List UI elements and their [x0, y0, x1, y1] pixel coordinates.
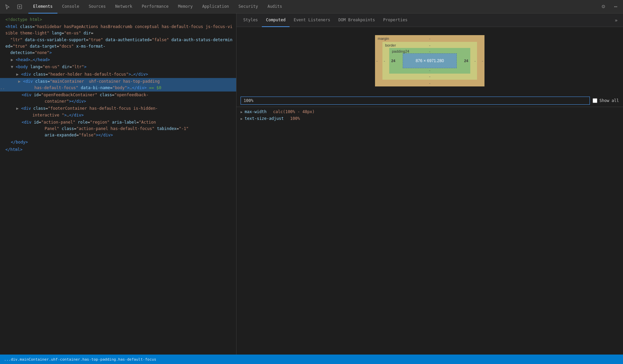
tab-elements[interactable]: Elements — [28, 0, 57, 14]
padding-box: padding24 - - 24 24 876 × 6971.280 — [389, 48, 470, 74]
content-box: 876 × 6971.280 — [403, 53, 457, 68]
tab-performance[interactable]: Performance — [137, 0, 173, 14]
margin-right-value: - — [482, 59, 483, 63]
border-right-value: - — [474, 59, 476, 63]
breadcrumb-dots: ... — [4, 357, 11, 362]
tab-application[interactable]: Application — [197, 0, 233, 14]
top-tabs-right: ☺ ⋯ — [599, 2, 620, 11]
margin-label: margin — [378, 36, 389, 41]
cursor-icon[interactable] — [3, 2, 12, 11]
margin-top-value: - — [429, 36, 430, 41]
tab-network[interactable]: Network — [110, 0, 137, 14]
tab-console[interactable]: Console — [57, 0, 84, 14]
tab-memory[interactable]: Memory — [173, 0, 197, 14]
sub-tabs-list: StylesComputedEvent ListenersDOM Breakpo… — [239, 14, 412, 27]
inspect-icon[interactable] — [15, 2, 24, 11]
padding-left-value: 24 — [391, 59, 395, 63]
html-line[interactable]: </html> — [0, 146, 236, 153]
filter-input[interactable] — [241, 97, 590, 105]
more-sub-tabs-icon[interactable]: » — [612, 18, 620, 23]
sub-tab-styles[interactable]: Styles — [239, 14, 262, 27]
margin-box: margin - - - - border - - - - padding24 … — [375, 35, 484, 86]
content-dimensions: 876 × 6971.280 — [416, 58, 444, 63]
sub-tab-dom-breakpoints[interactable]: DOM Breakpoints — [334, 14, 379, 27]
html-tree: <!doctype html><html class="hasSidebar h… — [0, 16, 236, 153]
sub-tab-properties[interactable]: Properties — [379, 14, 412, 27]
padding-bottom-value: - — [429, 68, 430, 72]
css-prop-row[interactable]: ▶text-size-adjust 100% — [236, 115, 623, 122]
tab-security[interactable]: Security — [234, 0, 263, 14]
html-line[interactable]: ▼ <body lang="en-us" dir="ltr"> — [0, 63, 236, 71]
elements-panel: <!doctype html><html class="hasSidebar h… — [0, 14, 236, 355]
html-line[interactable]: ▶ <div class="header-holder has-default-… — [0, 71, 236, 78]
breadcrumb-text: div.mainContainer.uhf-container.has-top-… — [11, 357, 156, 362]
sub-tabs: StylesComputedEvent ListenersDOM Breakpo… — [236, 14, 623, 27]
css-expand-icon[interactable]: ▶ — [241, 110, 243, 114]
margin-bottom-value: - — [429, 81, 430, 85]
border-top-value: - — [429, 43, 430, 47]
filter-area: Show all — [236, 95, 623, 107]
top-tab-bar: ElementsConsoleSourcesNetworkPerformance… — [0, 0, 623, 14]
show-all-label[interactable]: Show all — [593, 98, 619, 103]
right-panel: StylesComputedEvent ListenersDOM Breakpo… — [236, 14, 623, 355]
border-left-value: - — [384, 59, 385, 63]
padding-top-value: - — [429, 49, 430, 53]
css-prop-value: calc(100% - 48px) — [273, 109, 315, 114]
margin-left-value: - — [376, 59, 378, 63]
html-line[interactable]: <html class="hasSidebar hasPageActions h… — [0, 23, 236, 56]
border-bottom-value: - — [429, 74, 430, 78]
html-line[interactable]: <div id="openFeedbackContainer" class="o… — [0, 92, 236, 105]
html-line[interactable]: <!doctype html> — [0, 16, 236, 23]
css-prop-row[interactable]: ▶max-width calc(100% - 48px) — [236, 108, 623, 115]
main-layout: <!doctype html><html class="hasSidebar h… — [0, 14, 623, 355]
css-prop-value: 100% — [290, 116, 300, 121]
smiley-icon[interactable]: ☺ — [599, 2, 608, 11]
bottom-breadcrumb: ... div.mainContainer.uhf-container.has-… — [0, 355, 623, 364]
toolbar-icons — [3, 2, 24, 11]
box-model-container: margin - - - - border - - - - padding24 … — [236, 27, 623, 95]
html-line[interactable]: <div id="action-panel" role="region" ari… — [0, 119, 236, 139]
padding-label: padding24 — [392, 49, 409, 53]
css-expand-icon[interactable]: ▶ — [241, 117, 243, 121]
border-box: border - - - - padding24 - - 24 24 8 — [382, 42, 477, 80]
css-prop-name: text-size-adjust — [245, 116, 284, 121]
html-line[interactable]: .. ▶ <div class="mainContainer uhf-conta… — [0, 78, 236, 92]
tab-audits[interactable]: Audits — [263, 0, 287, 14]
sub-tab-event-listeners[interactable]: Event Listeners — [290, 14, 334, 27]
sub-tab-computed[interactable]: Computed — [262, 14, 290, 27]
tab-sources[interactable]: Sources — [84, 0, 110, 14]
main-tabs: ElementsConsoleSourcesNetworkPerformance… — [28, 0, 287, 14]
html-line[interactable]: ▶ <head>…</head> — [0, 56, 236, 63]
padding-right-value: 24 — [464, 59, 468, 63]
border-label: border — [385, 43, 396, 47]
html-line[interactable]: </body> — [0, 139, 236, 146]
css-properties-list: ▶max-width calc(100% - 48px)▶text-size-a… — [236, 107, 623, 355]
css-prop-name: max-width — [245, 109, 267, 114]
more-options-icon[interactable]: ⋯ — [611, 2, 620, 11]
css-props-container: ▶max-width calc(100% - 48px)▶text-size-a… — [236, 108, 623, 122]
show-all-checkbox[interactable] — [593, 98, 597, 103]
html-line[interactable]: ▶ <div class="footerContainer has-defaul… — [0, 105, 236, 119]
